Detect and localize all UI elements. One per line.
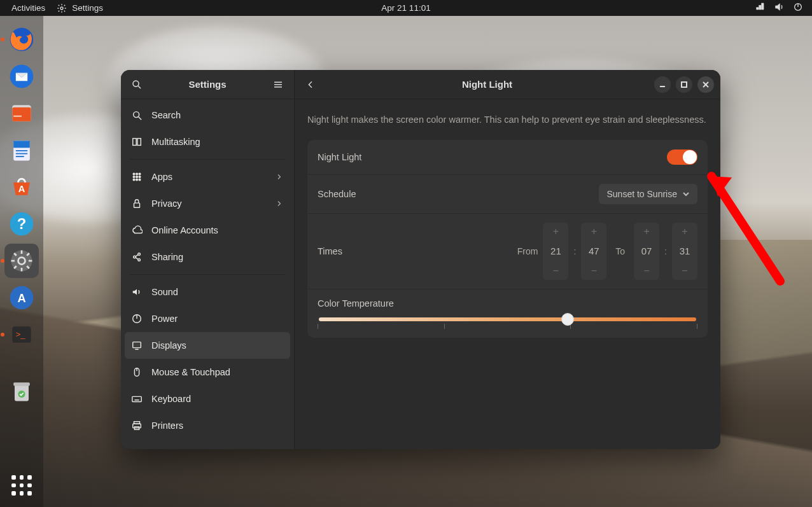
svg-point-52 <box>134 256 136 258</box>
svg-rect-12 <box>16 156 24 157</box>
sidebar-item-label: Search <box>151 110 181 120</box>
svg-point-53 <box>138 253 141 256</box>
sidebar-item-label: Power <box>151 314 178 324</box>
hamburger-menu-button[interactable] <box>269 79 288 90</box>
sidebar-item-search[interactable]: Search <box>121 102 294 128</box>
night-light-toggle[interactable] <box>667 149 697 165</box>
spinner-plus[interactable]: + <box>672 223 697 240</box>
svg-point-46 <box>136 176 138 178</box>
svg-rect-11 <box>16 153 27 155</box>
svg-rect-70 <box>133 424 141 427</box>
dock-app-ubuntu-software[interactable]: A <box>4 170 39 204</box>
chevron-right-icon <box>275 199 284 208</box>
dock-app-software-updater[interactable]: A <box>4 281 39 315</box>
svg-line-39 <box>139 117 142 120</box>
times-to-label: To <box>615 246 625 256</box>
night-light-panel: Night Light Schedule Sunset to Sunrise T… <box>307 140 708 338</box>
spinner-minus[interactable]: − <box>581 262 606 280</box>
svg-text:?: ? <box>17 215 27 232</box>
svg-text:>_: >_ <box>16 330 25 339</box>
page-title: Night Light <box>320 79 654 90</box>
svg-point-38 <box>134 112 139 118</box>
sound-icon <box>131 286 143 298</box>
power-icon <box>131 313 143 324</box>
times-label: Times <box>318 246 342 256</box>
to-min-spinner[interactable]: + 31 − <box>672 223 697 280</box>
from-hour-spinner[interactable]: + 21 − <box>543 223 568 280</box>
dock-app-writer[interactable] <box>4 133 39 167</box>
svg-point-43 <box>136 173 138 175</box>
dock-app-terminal[interactable]: >_ <box>4 317 39 352</box>
sidebar-item-online-accounts[interactable]: Online Accounts <box>121 217 294 244</box>
network-icon[interactable] <box>755 2 765 14</box>
volume-icon[interactable] <box>774 2 784 14</box>
svg-rect-10 <box>16 150 27 151</box>
mouse-icon <box>131 366 143 378</box>
schedule-select[interactable]: Sunset to Sunrise <box>599 184 697 204</box>
sidebar-item-label: Sharing <box>151 252 183 262</box>
dock-app-help[interactable]: ? <box>4 207 39 241</box>
sidebar-item-label: Printers <box>151 420 183 431</box>
clock[interactable]: Apr 21 11:01 <box>381 3 430 13</box>
sidebar-item-label: Keyboard <box>151 394 191 404</box>
dock-app-thunderbird[interactable] <box>4 59 39 94</box>
window-maximize-button[interactable] <box>676 76 692 93</box>
sidebar-item-privacy[interactable]: Privacy <box>121 190 294 217</box>
window-minimize-button[interactable] <box>654 76 671 93</box>
svg-point-47 <box>139 176 141 178</box>
sidebar-search-button[interactable] <box>127 75 146 94</box>
app-menu-settings[interactable]: Settings <box>57 3 103 13</box>
window-close-button[interactable] <box>697 76 714 93</box>
sidebar-item-multitasking[interactable]: Multitasking <box>121 128 294 155</box>
spinner-minus[interactable]: − <box>634 262 659 280</box>
schedule-label: Schedule <box>318 189 356 199</box>
svg-line-34 <box>138 86 141 88</box>
sidebar-item-label: Online Accounts <box>151 225 218 235</box>
svg-line-56 <box>136 258 138 260</box>
sidebar-item-apps[interactable]: Apps <box>121 163 294 190</box>
show-applications-button[interactable] <box>9 473 34 498</box>
svg-rect-6 <box>12 108 31 122</box>
sidebar-item-label: Multitasking <box>151 137 200 147</box>
sidebar-item-sharing[interactable]: Sharing <box>121 244 294 270</box>
spinner-plus[interactable]: + <box>543 223 568 240</box>
svg-point-0 <box>60 7 63 10</box>
sidebar-item-label: Sound <box>151 287 178 297</box>
dock-app-files[interactable] <box>4 96 39 130</box>
from-min-spinner[interactable]: + 47 − <box>581 223 606 280</box>
dock-app-settings[interactable] <box>4 244 39 278</box>
share-icon <box>131 251 143 263</box>
dock-app-firefox[interactable] <box>4 22 39 57</box>
search-icon <box>131 79 143 90</box>
spinner-plus[interactable]: + <box>581 223 606 240</box>
multitask-icon <box>131 136 143 148</box>
back-button[interactable] <box>301 75 320 94</box>
slider-thumb[interactable] <box>561 313 574 326</box>
sidebar-item-power[interactable]: Power <box>121 305 294 332</box>
settings-sidebar: Settings SearchMultitaskingAppsPrivacyOn… <box>121 70 294 449</box>
hamburger-icon <box>272 79 284 90</box>
svg-rect-31 <box>13 382 30 386</box>
chevron-left-icon <box>305 80 316 90</box>
sidebar-item-mouse-touchpad[interactable]: Mouse & Touchpad <box>121 359 294 385</box>
printer-icon <box>131 420 143 431</box>
svg-rect-51 <box>134 203 140 207</box>
dock-app-trash[interactable] <box>4 373 39 408</box>
sidebar-item-printers[interactable]: Printers <box>121 412 294 439</box>
color-temperature-slider[interactable] <box>319 317 696 321</box>
sidebar-item-sound[interactable]: Sound <box>121 279 294 305</box>
sidebar-title: Settings <box>146 79 269 90</box>
gear-icon <box>57 3 67 13</box>
schedule-value: Sunset to Sunrise <box>606 189 677 199</box>
svg-text:A: A <box>17 291 25 305</box>
spinner-minus[interactable]: − <box>543 262 568 280</box>
sidebar-item-displays[interactable]: Displays <box>125 332 290 359</box>
spinner-minus[interactable]: − <box>672 262 697 280</box>
sidebar-item-keyboard[interactable]: Keyboard <box>121 385 294 412</box>
power-icon[interactable] <box>793 2 803 14</box>
activities-button[interactable]: Activities <box>11 3 45 13</box>
svg-point-50 <box>139 179 141 181</box>
top-bar: Activities Settings Apr 21 11:01 <box>0 0 812 16</box>
to-hour-spinner[interactable]: + 07 − <box>634 223 659 280</box>
spinner-plus[interactable]: + <box>634 223 659 240</box>
